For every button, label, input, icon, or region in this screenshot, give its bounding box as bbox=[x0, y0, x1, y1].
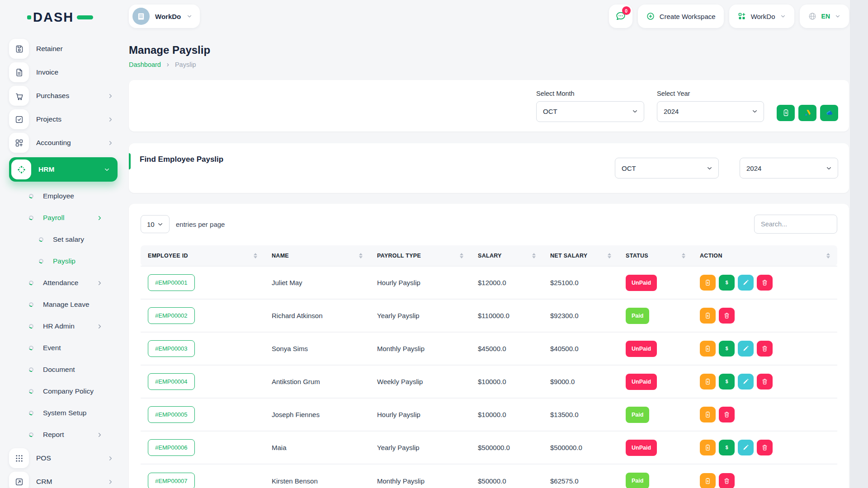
cloud-export-button[interactable] bbox=[820, 105, 838, 121]
find-year-select[interactable]: 2024 bbox=[740, 158, 838, 178]
clipboard-dollar-icon: $ bbox=[704, 444, 712, 451]
workdo-menu-label: WorkDo bbox=[751, 13, 775, 20]
net-salary-cell: $13500.0 bbox=[543, 398, 618, 431]
payslip-button[interactable]: $ bbox=[700, 407, 716, 422]
delete-button[interactable] bbox=[757, 275, 773, 291]
employee-id-cell: #EMP00002 bbox=[141, 299, 264, 332]
sidebar-item-hrm[interactable]: HRM bbox=[9, 157, 118, 182]
page-size-select[interactable]: 10 bbox=[141, 215, 170, 233]
pay-button[interactable]: $ bbox=[719, 341, 735, 357]
language-selector[interactable]: EN bbox=[800, 5, 849, 28]
column-header-status[interactable]: STATUS bbox=[618, 245, 693, 266]
check-square-icon bbox=[9, 109, 29, 129]
edit-button[interactable] bbox=[738, 275, 754, 291]
create-workspace-button[interactable]: Create Workspace bbox=[638, 5, 724, 28]
sidebar-subitem-manage-leave[interactable]: Manage Leave bbox=[0, 294, 127, 315]
payslip-button[interactable]: $ bbox=[700, 440, 716, 455]
column-header-employee-id[interactable]: EMPLOYEE ID bbox=[141, 245, 264, 266]
pay-button[interactable]: $ bbox=[719, 440, 735, 455]
sidebar-subitem-payroll[interactable]: Payroll bbox=[0, 207, 127, 229]
delete-button[interactable] bbox=[719, 308, 735, 324]
sidebar-item-retainer[interactable]: Retainer bbox=[9, 38, 118, 60]
bullet-icon bbox=[28, 345, 34, 351]
payslip-button[interactable]: $ bbox=[700, 308, 716, 324]
month-select-value: OCT bbox=[543, 108, 557, 115]
column-header-label: NET SALARY bbox=[550, 253, 587, 259]
sidebar-item-crm[interactable]: CRM bbox=[9, 471, 118, 488]
edit-button[interactable] bbox=[738, 440, 754, 455]
sidebar-subitem-document[interactable]: Document bbox=[0, 359, 127, 380]
sidebar-item-accounting[interactable]: Accounting bbox=[9, 132, 118, 154]
sidebar-subitem-company-policy[interactable]: Company Policy bbox=[0, 380, 127, 402]
status-badge: UnPaid bbox=[626, 440, 657, 456]
employee-id-badge[interactable]: #EMP00003 bbox=[148, 340, 195, 357]
sidebar-item-invoice[interactable]: Invoice bbox=[9, 61, 118, 83]
sidebar-subitem-employee[interactable]: Employee bbox=[0, 185, 127, 207]
trash-icon bbox=[723, 411, 731, 418]
delete-button[interactable] bbox=[757, 374, 773, 389]
delete-button[interactable] bbox=[719, 473, 735, 488]
chevron-down-icon bbox=[186, 13, 193, 19]
chevron-right-icon bbox=[96, 280, 103, 286]
chevron-right-icon bbox=[96, 323, 103, 330]
net-salary-cell: $40500.0 bbox=[543, 332, 618, 365]
sidebar-subitem-event[interactable]: Event bbox=[0, 337, 127, 359]
payslip-button[interactable]: $ bbox=[700, 275, 716, 291]
delete-button[interactable] bbox=[757, 341, 773, 357]
column-header-action[interactable]: ACTION bbox=[693, 245, 837, 266]
delete-button[interactable] bbox=[757, 440, 773, 455]
workdo-menu-button[interactable]: WorkDo bbox=[729, 5, 794, 28]
edit-icon bbox=[742, 378, 750, 385]
trash-icon bbox=[761, 378, 769, 385]
edit-button[interactable] bbox=[738, 374, 754, 389]
sidebar-subitem-system-setup[interactable]: System Setup bbox=[0, 402, 127, 424]
pay-button[interactable]: $ bbox=[719, 275, 735, 291]
find-month-select[interactable]: OCT bbox=[615, 158, 719, 178]
column-header-salary[interactable]: SALARY bbox=[471, 245, 543, 266]
table-row: #EMP00001Juliet MayHourly Payslip$12000.… bbox=[141, 266, 837, 299]
sidebar-subitem-payslip[interactable]: Payslip bbox=[0, 250, 127, 272]
breadcrumb-dashboard-link[interactable]: Dashboard bbox=[129, 61, 161, 68]
column-header-net-salary[interactable]: NET SALARY bbox=[543, 245, 618, 266]
delete-button[interactable] bbox=[719, 407, 735, 422]
sidebar-subitem-attendance[interactable]: Attendance bbox=[0, 272, 127, 294]
employee-id-badge[interactable]: #EMP00007 bbox=[148, 473, 195, 488]
employee-id-badge[interactable]: #EMP00005 bbox=[148, 406, 195, 423]
sidebar-subitem-report[interactable]: Report bbox=[0, 424, 127, 446]
messages-button[interactable]: 0 bbox=[609, 5, 632, 28]
bulk-payment-button[interactable]: $ bbox=[777, 105, 795, 121]
employee-id-badge[interactable]: #EMP00002 bbox=[148, 307, 195, 324]
employee-id-badge[interactable]: #EMP00001 bbox=[148, 274, 195, 291]
payslip-button[interactable]: $ bbox=[700, 341, 716, 357]
sidebar-subitem-set-salary[interactable]: Set salary bbox=[0, 229, 127, 250]
year-select[interactable]: 2024 bbox=[657, 101, 764, 122]
search-input[interactable] bbox=[754, 215, 837, 234]
workspace-selector[interactable]: WorkDo bbox=[129, 5, 200, 28]
payroll-type-cell: Monthly Payslip bbox=[370, 332, 471, 365]
column-header-label: EMPLOYEE ID bbox=[148, 253, 188, 259]
employee-id-badge[interactable]: #EMP00004 bbox=[148, 373, 195, 390]
status-badge: UnPaid bbox=[626, 275, 657, 291]
sidebar-item-label: Invoice bbox=[36, 68, 58, 76]
sidebar-item-purchases[interactable]: Purchases bbox=[9, 85, 118, 107]
search-box bbox=[754, 215, 837, 234]
payslip-button[interactable]: $ bbox=[700, 473, 716, 488]
trash-icon bbox=[723, 477, 731, 485]
sidebar-subitem-hr-admin[interactable]: HR Admin bbox=[0, 315, 127, 337]
plus-circle-icon bbox=[646, 12, 655, 21]
payslip-button[interactable]: $ bbox=[700, 374, 716, 389]
chevron-down-icon bbox=[780, 13, 786, 19]
net-salary-cell: $500000.0 bbox=[543, 431, 618, 464]
sidebar-item-projects[interactable]: Projects bbox=[9, 108, 118, 130]
column-header-name[interactable]: NAME bbox=[264, 245, 370, 266]
pay-button[interactable]: $ bbox=[719, 374, 735, 389]
chevron-right-icon bbox=[107, 140, 114, 146]
drive-export-button[interactable] bbox=[798, 105, 816, 121]
table-header-row: EMPLOYEE IDNAMEPAYROLL TYPESALARYNET SAL… bbox=[141, 245, 837, 266]
employee-id-badge[interactable]: #EMP00006 bbox=[148, 439, 195, 456]
edit-button[interactable] bbox=[738, 341, 754, 357]
column-header-payroll-type[interactable]: PAYROLL TYPE bbox=[370, 245, 471, 266]
month-select[interactable]: OCT bbox=[536, 101, 644, 122]
sidebar-item-pos[interactable]: POS bbox=[9, 447, 118, 469]
scroll-gutter bbox=[850, 0, 868, 488]
